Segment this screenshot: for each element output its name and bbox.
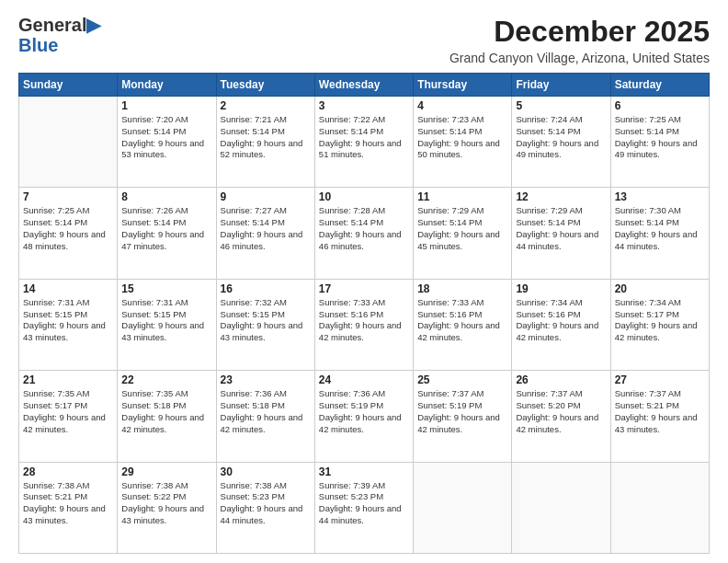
calendar-cell: 18Sunrise: 7:33 AM Sunset: 5:16 PM Dayli… (414, 279, 512, 370)
cell-info: Sunrise: 7:37 AM Sunset: 5:21 PM Dayligh… (615, 388, 705, 435)
calendar-week-row: 7Sunrise: 7:25 AM Sunset: 5:14 PM Daylig… (19, 188, 710, 279)
calendar-cell: 12Sunrise: 7:29 AM Sunset: 5:14 PM Dayli… (512, 188, 610, 279)
cell-info: Sunrise: 7:39 AM Sunset: 5:23 PM Dayligh… (319, 480, 409, 527)
day-number: 18 (417, 282, 507, 295)
day-number: 3 (319, 99, 409, 112)
calendar-day-header: Wednesday (314, 74, 413, 97)
calendar-cell: 13Sunrise: 7:30 AM Sunset: 5:14 PM Dayli… (610, 188, 709, 279)
day-number: 5 (516, 99, 606, 112)
day-number: 12 (516, 190, 606, 203)
cell-info: Sunrise: 7:38 AM Sunset: 5:23 PM Dayligh… (221, 480, 311, 527)
calendar-cell: 21Sunrise: 7:35 AM Sunset: 5:17 PM Dayli… (19, 371, 118, 462)
cell-info: Sunrise: 7:28 AM Sunset: 5:14 PM Dayligh… (319, 205, 409, 252)
day-number: 23 (221, 373, 311, 386)
calendar-cell (19, 97, 118, 188)
cell-info: Sunrise: 7:30 AM Sunset: 5:14 PM Dayligh… (615, 205, 705, 252)
calendar-week-row: 21Sunrise: 7:35 AM Sunset: 5:17 PM Dayli… (19, 371, 710, 462)
calendar-cell: 26Sunrise: 7:37 AM Sunset: 5:20 PM Dayli… (512, 371, 610, 462)
month-title: December 2025 (449, 15, 710, 49)
day-number: 6 (615, 99, 705, 112)
calendar-cell: 7Sunrise: 7:25 AM Sunset: 5:14 PM Daylig… (19, 188, 118, 279)
calendar-cell: 6Sunrise: 7:25 AM Sunset: 5:14 PM Daylig… (610, 97, 709, 188)
cell-info: Sunrise: 7:21 AM Sunset: 5:14 PM Dayligh… (221, 114, 311, 161)
day-number: 9 (221, 190, 311, 203)
cell-info: Sunrise: 7:22 AM Sunset: 5:14 PM Dayligh… (319, 114, 409, 161)
day-number: 11 (417, 190, 507, 203)
day-number: 30 (221, 465, 311, 478)
title-area: December 2025 Grand Canyon Village, Ariz… (449, 15, 710, 65)
day-number: 29 (121, 465, 211, 478)
calendar-cell: 30Sunrise: 7:38 AM Sunset: 5:23 PM Dayli… (216, 462, 314, 553)
day-number: 22 (121, 373, 211, 386)
calendar-header-row: SundayMondayTuesdayWednesdayThursdayFrid… (19, 74, 710, 97)
day-number: 8 (121, 190, 211, 203)
cell-info: Sunrise: 7:25 AM Sunset: 5:14 PM Dayligh… (615, 114, 705, 161)
calendar-day-header: Tuesday (216, 74, 314, 97)
cell-info: Sunrise: 7:36 AM Sunset: 5:18 PM Dayligh… (221, 388, 311, 435)
cell-info: Sunrise: 7:37 AM Sunset: 5:20 PM Dayligh… (516, 388, 606, 435)
calendar-cell: 14Sunrise: 7:31 AM Sunset: 5:15 PM Dayli… (19, 279, 118, 370)
cell-info: Sunrise: 7:25 AM Sunset: 5:14 PM Dayligh… (23, 205, 113, 252)
day-number: 25 (417, 373, 507, 386)
calendar-cell: 15Sunrise: 7:31 AM Sunset: 5:15 PM Dayli… (118, 279, 216, 370)
calendar-cell: 3Sunrise: 7:22 AM Sunset: 5:14 PM Daylig… (314, 97, 413, 188)
cell-info: Sunrise: 7:35 AM Sunset: 5:17 PM Dayligh… (23, 388, 113, 435)
calendar-day-header: Thursday (414, 74, 512, 97)
location: Grand Canyon Village, Arizona, United St… (449, 51, 710, 65)
calendar-cell (512, 462, 610, 553)
cell-info: Sunrise: 7:34 AM Sunset: 5:16 PM Dayligh… (516, 297, 606, 344)
calendar-cell: 19Sunrise: 7:34 AM Sunset: 5:16 PM Dayli… (512, 279, 610, 370)
cell-info: Sunrise: 7:32 AM Sunset: 5:15 PM Dayligh… (221, 297, 311, 344)
calendar-week-row: 14Sunrise: 7:31 AM Sunset: 5:15 PM Dayli… (19, 279, 710, 370)
cell-info: Sunrise: 7:26 AM Sunset: 5:14 PM Dayligh… (121, 205, 211, 252)
logo: General▶ Blue (18, 15, 100, 55)
cell-info: Sunrise: 7:29 AM Sunset: 5:14 PM Dayligh… (417, 205, 507, 252)
day-number: 17 (319, 282, 409, 295)
calendar-cell: 22Sunrise: 7:35 AM Sunset: 5:18 PM Dayli… (118, 371, 216, 462)
logo-general: General (18, 15, 86, 35)
logo-text: General▶ Blue (18, 15, 100, 55)
calendar-cell: 25Sunrise: 7:37 AM Sunset: 5:19 PM Dayli… (414, 371, 512, 462)
day-number: 31 (319, 465, 409, 478)
logo-arrow-shape: ▶ (86, 15, 100, 35)
calendar-day-header: Saturday (610, 74, 709, 97)
day-number: 1 (121, 99, 211, 112)
day-number: 27 (615, 373, 705, 386)
day-number: 26 (516, 373, 606, 386)
day-number: 19 (516, 282, 606, 295)
calendar-cell (414, 462, 512, 553)
cell-info: Sunrise: 7:31 AM Sunset: 5:15 PM Dayligh… (121, 297, 211, 344)
calendar-cell: 29Sunrise: 7:38 AM Sunset: 5:22 PM Dayli… (118, 462, 216, 553)
calendar-cell: 16Sunrise: 7:32 AM Sunset: 5:15 PM Dayli… (216, 279, 314, 370)
cell-info: Sunrise: 7:35 AM Sunset: 5:18 PM Dayligh… (121, 388, 211, 435)
cell-info: Sunrise: 7:34 AM Sunset: 5:17 PM Dayligh… (615, 297, 705, 344)
calendar-cell: 23Sunrise: 7:36 AM Sunset: 5:18 PM Dayli… (216, 371, 314, 462)
calendar-cell: 20Sunrise: 7:34 AM Sunset: 5:17 PM Dayli… (610, 279, 709, 370)
day-number: 24 (319, 373, 409, 386)
calendar-cell: 1Sunrise: 7:20 AM Sunset: 5:14 PM Daylig… (118, 97, 216, 188)
day-number: 28 (23, 465, 113, 478)
calendar-cell: 2Sunrise: 7:21 AM Sunset: 5:14 PM Daylig… (216, 97, 314, 188)
calendar-cell (610, 462, 709, 553)
calendar-table: SundayMondayTuesdayWednesdayThursdayFrid… (18, 73, 710, 554)
calendar-cell: 9Sunrise: 7:27 AM Sunset: 5:14 PM Daylig… (216, 188, 314, 279)
cell-info: Sunrise: 7:31 AM Sunset: 5:15 PM Dayligh… (23, 297, 113, 344)
day-number: 14 (23, 282, 113, 295)
header: General▶ Blue December 2025 Grand Canyon… (18, 15, 710, 65)
calendar-cell: 5Sunrise: 7:24 AM Sunset: 5:14 PM Daylig… (512, 97, 610, 188)
calendar-day-header: Sunday (19, 74, 118, 97)
page: General▶ Blue December 2025 Grand Canyon… (0, 0, 728, 563)
day-number: 16 (221, 282, 311, 295)
cell-info: Sunrise: 7:38 AM Sunset: 5:22 PM Dayligh… (121, 480, 211, 527)
cell-info: Sunrise: 7:36 AM Sunset: 5:19 PM Dayligh… (319, 388, 409, 435)
calendar-week-row: 1Sunrise: 7:20 AM Sunset: 5:14 PM Daylig… (19, 97, 710, 188)
calendar-cell: 4Sunrise: 7:23 AM Sunset: 5:14 PM Daylig… (414, 97, 512, 188)
calendar-day-header: Friday (512, 74, 610, 97)
day-number: 20 (615, 282, 705, 295)
calendar-day-header: Monday (118, 74, 216, 97)
calendar-cell: 31Sunrise: 7:39 AM Sunset: 5:23 PM Dayli… (314, 462, 413, 553)
calendar-cell: 11Sunrise: 7:29 AM Sunset: 5:14 PM Dayli… (414, 188, 512, 279)
day-number: 7 (23, 190, 113, 203)
cell-info: Sunrise: 7:38 AM Sunset: 5:21 PM Dayligh… (23, 480, 113, 527)
cell-info: Sunrise: 7:33 AM Sunset: 5:16 PM Dayligh… (417, 297, 507, 344)
